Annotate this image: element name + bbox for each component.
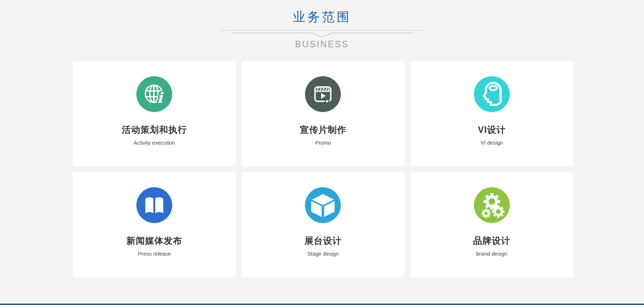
services-grid: i 活动策划和执行 Activity execution 宣传片制作 Promo	[73, 61, 573, 277]
business-section-header: 业务范围 BUSINESS	[0, 0, 644, 49]
section-title: 业务范围	[293, 9, 352, 25]
card-subtitle: Activity execution	[73, 140, 236, 146]
globe-info-icon: i	[136, 76, 172, 112]
service-card-vi-design[interactable]: VI设计 VI design	[411, 61, 573, 166]
card-subtitle: Press release	[73, 251, 236, 257]
gears-icon	[474, 187, 510, 223]
card-title: 展台设计	[242, 235, 404, 247]
service-card-activity-execution[interactable]: i 活动策划和执行 Activity execution	[73, 61, 236, 166]
card-title: 活动策划和执行	[73, 124, 236, 136]
card-subtitle: VI design	[411, 140, 573, 146]
clapperboard-play-icon	[305, 76, 341, 112]
service-card-promo[interactable]: 宣传片制作 Promo	[242, 61, 404, 166]
card-title: 新闻媒体发布	[73, 235, 236, 247]
card-title: 品牌设计	[411, 235, 573, 247]
card-subtitle: Stage design	[242, 251, 404, 257]
card-title: 宣传片制作	[242, 124, 404, 136]
section-subtitle: BUSINESS	[0, 39, 644, 49]
card-subtitle: brand design	[411, 251, 573, 257]
cube-icon	[305, 187, 341, 223]
service-card-press-release[interactable]: 新闻媒体发布 Press release	[73, 172, 236, 277]
service-card-brand-design[interactable]: 品牌设计 brand design	[411, 172, 573, 277]
card-subtitle: Promo	[242, 140, 404, 146]
bottom-accent-bar	[0, 304, 644, 305]
card-title: VI设计	[411, 124, 573, 136]
chevron-divider	[220, 29, 425, 38]
head-profile-icon	[474, 76, 510, 112]
service-card-stage-design[interactable]: 展台设计 Stage design	[242, 172, 404, 277]
open-book-icon	[136, 187, 172, 223]
